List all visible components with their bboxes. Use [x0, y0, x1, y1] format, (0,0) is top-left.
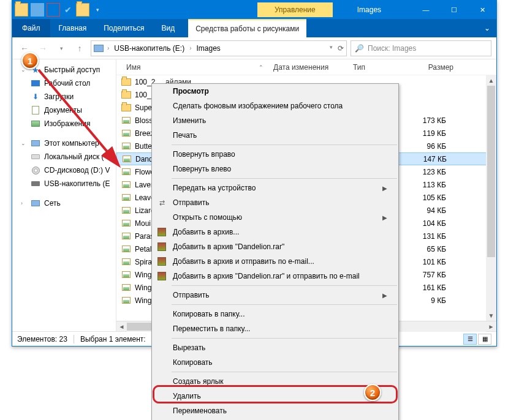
tab-picture-tools[interactable]: Средства работы с рисунками	[188, 19, 306, 37]
close-button[interactable]: ✕	[468, 1, 496, 19]
nav-cd-drive[interactable]: CD-дисковод (D:) V	[13, 163, 115, 177]
menu-item-label: Копировать в папку...	[173, 310, 245, 318]
window-title: Images	[357, 6, 381, 14]
minimize-button[interactable]: —	[412, 1, 440, 19]
menu-item[interactable]: Отправить▶	[152, 288, 398, 302]
menu-item[interactable]: Переместить в папку...	[152, 321, 398, 336]
file-size: 113 КБ	[403, 181, 452, 189]
forward-button[interactable]: →	[36, 41, 50, 56]
winrar-icon	[157, 227, 167, 237]
maximize-button[interactable]: ☐	[440, 1, 468, 19]
drive-icon	[94, 45, 104, 52]
scroll-left-icon[interactable]: ◄	[116, 321, 127, 332]
col-date[interactable]: Дата изменения	[268, 63, 348, 72]
up-button[interactable]: ↑	[72, 41, 87, 56]
scroll-thumb[interactable]	[487, 86, 495, 257]
qat-dropdown-icon[interactable]: ▾	[91, 3, 104, 17]
col-name[interactable]: Имя⌃	[121, 63, 268, 72]
menu-item[interactable]: Изменить	[152, 113, 398, 128]
menu-item[interactable]: Сделать фоновым изображением рабочего ст…	[152, 99, 398, 113]
menu-item[interactable]: Добавить в архив "Dandelion.rar" и отпра…	[152, 269, 398, 283]
breadcrumb[interactable]: USB-накопитель (E:)	[112, 43, 187, 54]
menu-item[interactable]: ⇄Отправить	[152, 195, 398, 210]
menu-item[interactable]: Повернуть вправо	[152, 147, 398, 162]
menu-item[interactable]: Передать на устройство▶	[152, 181, 398, 195]
navigation-pane: ⌄★Быстрый доступ Рабочий стол ⬇Загрузки …	[12, 59, 116, 331]
menu-separator	[172, 178, 397, 179]
file-size: 131 КБ	[403, 232, 452, 241]
qat-properties-icon[interactable]	[47, 3, 60, 17]
image-file-icon	[121, 168, 131, 176]
col-size[interactable]: Размер	[403, 63, 458, 72]
menu-item[interactable]: Копировать в папку...	[152, 307, 398, 321]
file-size: 173 КБ	[403, 116, 452, 125]
divider	[74, 335, 74, 343]
menu-item-label: Добавить в архив и отправить по e-mail..…	[173, 257, 314, 266]
menu-item-label: Переименовать	[173, 407, 227, 415]
menu-item[interactable]: Печать	[152, 128, 398, 143]
menu-item-label: Вырезать	[173, 343, 205, 352]
menu-item[interactable]: Открыть с помощью▶	[152, 210, 398, 225]
chevron-right-icon[interactable]: ›	[188, 45, 192, 51]
recent-dropdown-icon[interactable]: ▾	[54, 41, 69, 56]
annotation-callout-1: 1	[21, 52, 39, 69]
scroll-track[interactable]	[486, 86, 496, 310]
refresh-icon[interactable]: ⟳	[338, 44, 344, 53]
nav-desktop[interactable]: Рабочий стол	[13, 77, 115, 90]
tab-view[interactable]: Вид	[153, 19, 183, 37]
chevron-right-icon[interactable]: ›	[106, 45, 110, 51]
menu-item-label: Просмотр	[173, 87, 209, 96]
ribbon-tabs: Файл Главная Поделиться Вид Средства раб…	[12, 19, 496, 37]
menu-item-label: Сделать фоновым изображением рабочего ст…	[173, 102, 343, 110]
nav-network[interactable]: ›Сеть	[13, 197, 115, 210]
view-icons-button[interactable]: ▦	[478, 334, 491, 345]
nav-local-disk[interactable]: Локальный диск (	[13, 150, 115, 163]
context-menu: ПросмотрСделать фоновым изображением раб…	[151, 83, 399, 420]
menu-item-label: Удалить	[173, 392, 201, 400]
scroll-right-icon[interactable]: ►	[486, 321, 496, 332]
annotation-callout-2: 2	[364, 384, 381, 401]
vertical-scrollbar[interactable]: ▲ ▼	[486, 75, 496, 321]
menu-item[interactable]: Удалить	[152, 389, 398, 403]
scroll-down-icon[interactable]: ▼	[486, 310, 496, 321]
tab-share[interactable]: Поделиться	[95, 19, 153, 37]
menu-item[interactable]: Добавить в архив "Dandelion.rar"	[152, 239, 398, 254]
menu-item-label: Отправить	[173, 198, 210, 207]
view-details-button[interactable]: ☰	[463, 334, 477, 345]
image-file-icon	[121, 232, 131, 241]
menu-item-label: Открыть с помощью	[173, 213, 242, 222]
image-file-icon	[121, 296, 131, 305]
share-icon: ⇄	[157, 198, 167, 208]
menu-item[interactable]: Просмотр	[152, 84, 398, 99]
menu-item[interactable]: Добавить в архив и отправить по e-mail..…	[152, 254, 398, 269]
menu-item-label: Добавить в архив "Dandelion.rar"	[173, 242, 284, 251]
menu-item[interactable]: Создать ярлык	[152, 374, 398, 389]
app-icon	[15, 3, 28, 17]
qat-newfolder-icon[interactable]	[76, 3, 89, 17]
folder-icon	[121, 78, 131, 86]
nav-pictures[interactable]: Изображения	[13, 117, 115, 130]
breadcrumb[interactable]: Images	[194, 43, 222, 54]
search-input[interactable]: 🔍 Поиск: Images	[351, 40, 491, 56]
sort-caret-icon: ⌃	[259, 64, 263, 70]
menu-item[interactable]: Копировать	[152, 355, 398, 370]
nav-usb-drive[interactable]: USB-накопитель (E	[13, 177, 115, 190]
winrar-icon	[157, 271, 167, 281]
nav-downloads[interactable]: ⬇Загрузки	[13, 90, 115, 103]
ribbon-expand-icon[interactable]: ⌄	[478, 19, 496, 37]
file-size: 96 КБ	[403, 142, 452, 151]
menu-item[interactable]: Вырезать	[152, 340, 398, 355]
chevron-down-icon[interactable]: ▾	[328, 44, 334, 53]
menu-item[interactable]: Переименовать	[152, 403, 398, 418]
search-placeholder: Поиск: Images	[368, 44, 416, 53]
address-box[interactable]: › USB-накопитель (E:) › Images ▾ ⟳	[91, 40, 347, 56]
nav-this-pc[interactable]: ⌄Этот компьютер	[13, 137, 115, 150]
nav-documents[interactable]: Документы	[13, 103, 115, 117]
tab-file[interactable]: Файл	[12, 19, 50, 37]
tab-home[interactable]: Главная	[50, 19, 96, 37]
menu-item[interactable]: Повернуть влево	[152, 162, 398, 176]
col-type[interactable]: Тип	[348, 63, 403, 72]
qat-check-icon[interactable]: ✔	[61, 3, 75, 17]
scroll-up-icon[interactable]: ▲	[486, 75, 496, 86]
menu-item[interactable]: Добавить в архив...	[152, 225, 398, 239]
